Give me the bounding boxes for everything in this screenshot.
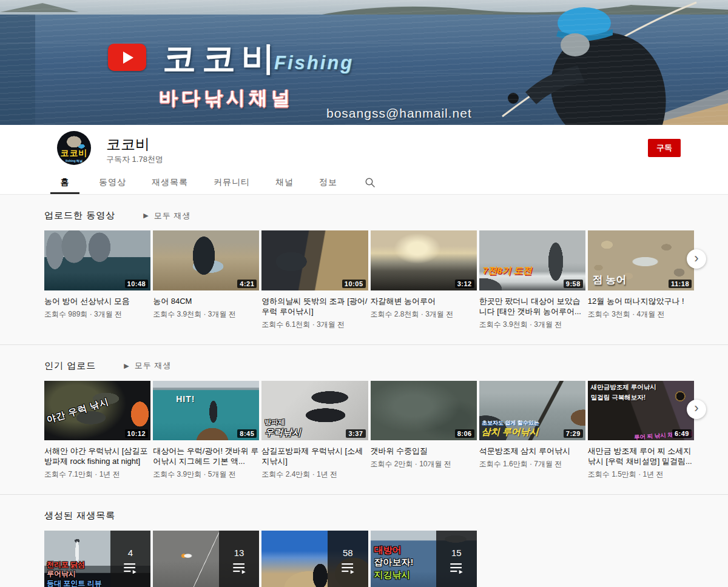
video-title[interactable]: 새만금 방조제 루어 찌 소세지낚시 [우럭 채비설명] 밑걸림... [588, 446, 694, 466]
video-meta: 조회수 1.5만회 · 1년 전 [588, 469, 694, 480]
section-header: 생성된 재생목록 [44, 510, 694, 522]
tab-home[interactable]: 홈 [44, 170, 86, 194]
video-thumbnail[interactable]: 8:06 [371, 381, 477, 441]
search-icon [365, 177, 376, 188]
video-card[interactable]: 점 농어 11:18 12월 농어 떠나지않았구나 ! 조회수 3천회 · 4개… [588, 230, 694, 330]
video-thumbnail[interactable]: HIT! 8:45 [153, 381, 259, 441]
video-thumbnail[interactable]: 4:21 [153, 230, 259, 290]
playlist-count-overlay: 58 [328, 531, 368, 587]
overlay-line: 지깅낚시 [374, 569, 414, 581]
video-card[interactable]: 10:05 영하의날씨 뜻밖의 조과 [광어/우럭 루어낚시] 조회수 6.1천… [261, 230, 368, 330]
subscribe-button[interactable]: 구독 [648, 139, 681, 157]
video-title[interactable]: 석문방조제 삼치 루어낚시 [479, 446, 585, 456]
video-thumbnail[interactable]: 새만금방조제 루어낚시 밑걸림 극복해보자! 루어 찌 낚시 채비 설명 6:4… [588, 381, 694, 441]
playlist-card[interactable]: 13 수중영상/채비 [153, 531, 259, 587]
video-card[interactable]: 새만금방조제 루어낚시 밑걸림 극복해보자! 루어 찌 낚시 채비 설명 6:4… [588, 381, 694, 480]
video-card[interactable]: HIT! 8:45 대상어는 우럭/광어! 갯바위 루어낚시 지그헤드 기본 액… [153, 381, 259, 480]
next-arrow-button[interactable]: › [687, 249, 706, 269]
thumbnail-overlay-text: 삼치 루어낚시 [482, 426, 539, 437]
playlist-icon [450, 563, 463, 574]
channel-avatar[interactable]: 코코비 fishing 채널 [57, 131, 91, 165]
youtube-logo-icon [108, 44, 146, 71]
video-title[interactable]: 삼길포방파제 우럭낚시 [소세지낚시] [261, 446, 368, 466]
playlist-icon [342, 563, 354, 574]
playlist-thumbnail[interactable]: 13 [153, 531, 259, 587]
video-thumbnail[interactable]: 방파제 우럭낚시 3:37 [261, 381, 368, 441]
playlist-thumbnail[interactable]: 천리포 닭섬 루어낚시 등대 포인트 리뷰 4 [44, 531, 150, 587]
playlist-card[interactable]: 천리포 닭섬 루어낚시 등대 포인트 리뷰 4 포인트 설명 [44, 531, 150, 587]
video-thumbnail[interactable]: 10:05 [261, 230, 368, 290]
banner-subtitle: Fishing [274, 52, 354, 74]
video-thumbnail[interactable]: 점 농어 11:18 [588, 230, 694, 290]
video-card[interactable]: 3:12 자갈해변 농어루어 조회수 2.8천회 · 3개월 전 [371, 230, 477, 330]
video-title[interactable]: 대상어는 우럭/광어! 갯바위 루어낚시 지그헤드 기본 액... [153, 446, 259, 466]
video-thumbnail[interactable]: 야간 우럭 낚시 10:12 [44, 381, 150, 441]
section-header: 인기 업로드 ▶ 모두 재생 [44, 360, 694, 372]
video-meta: 조회수 1.6만회 · 7개월 전 [479, 459, 585, 469]
overlay-line: 등대 포인트 리뷰 [47, 579, 102, 587]
tab-channels[interactable]: 채널 [263, 170, 306, 194]
overlay-line: 대방어 [374, 544, 414, 556]
video-duration-badge: 10:48 [125, 280, 149, 288]
video-title[interactable]: 자갈해변 농어루어 [371, 296, 477, 306]
overlay-line: 잡아보자! [374, 556, 414, 568]
video-card[interactable]: 야간 우럭 낚시 10:12 서해안 야간 우럭낚시 [삼길포 방파제 rock… [44, 381, 150, 480]
video-thumbnail[interactable]: 7전8기 도전 9:58 [479, 230, 585, 290]
video-title[interactable]: 서해안 야간 우럭낚시 [삼길포 방파제 rock fishing at nig… [44, 446, 150, 466]
video-meta: 조회수 2만회 · 10개월 전 [371, 459, 477, 469]
video-title[interactable]: 12월 농어 떠나지않았구나 ! [588, 296, 694, 306]
video-grid: 야간 우럭 낚시 10:12 서해안 야간 우럭낚시 [삼길포 방파제 rock… [44, 381, 694, 480]
video-duration-badge: 7:29 [564, 429, 583, 438]
overlay-line: 루어낚시 [47, 569, 102, 579]
video-card[interactable]: 10:48 농어 방어 선상낚시 모음 조회수 989회 · 3개월 전 [44, 230, 150, 330]
tab-about[interactable]: 정보 [306, 170, 350, 194]
next-arrow-button[interactable]: › [687, 400, 706, 419]
video-title[interactable]: 갯바위 수중입질 [371, 446, 477, 456]
section-title: 생성된 재생목록 [44, 510, 115, 522]
channel-name: 코코비 [106, 135, 150, 154]
video-meta: 조회수 3천회 · 4개월 전 [588, 309, 694, 320]
video-duration-badge: 9:58 [564, 280, 583, 288]
play-icon: ▶ [143, 212, 148, 220]
channel-header: 코코비 fishing 채널 코코비 구독자 1.78천명 구독 [0, 125, 728, 170]
video-thumbnail[interactable]: 3:12 [371, 230, 477, 290]
video-thumbnail[interactable]: 10:48 [44, 230, 150, 290]
tab-community[interactable]: 커뮤니티 [201, 170, 263, 194]
tab-videos[interactable]: 동영상 [86, 170, 139, 194]
grid-spacer [479, 531, 585, 587]
thumbnail-overlay-text: HIT! [176, 394, 195, 404]
video-card[interactable]: 8:06 갯바위 수중입질 조회수 2만회 · 10개월 전 [371, 381, 477, 480]
play-triangle-icon [123, 52, 133, 64]
video-title[interactable]: 농어 84CM [153, 296, 259, 306]
video-title[interactable]: 영하의날씨 뜻밖의 조과 [광어/우럭 루어낚시] [261, 296, 368, 317]
video-duration-badge: 6:49 [672, 429, 692, 438]
chevron-right-icon: › [694, 401, 698, 415]
playlist-icon [124, 563, 136, 574]
tab-playlists[interactable]: 재생목록 [139, 170, 201, 194]
banner-channel-title: 코코비 [163, 36, 281, 81]
playlist-card[interactable]: 58 갯바위/워킹/도보 [261, 531, 368, 587]
video-card[interactable]: 방파제 우럭낚시 3:37 삼길포방파제 우럭낚시 [소세지낚시] 조회수 2.… [261, 381, 368, 480]
play-all-label: 모두 재생 [154, 210, 191, 221]
playlist-thumbnail[interactable]: 대방어 잡아보자! 지깅낚시 15 [371, 531, 477, 587]
video-thumbnail[interactable]: 초보자도 쉽게 할수있는 삼치 루어낚시 7:29 [479, 381, 585, 441]
video-card[interactable]: 4:21 농어 84CM 조회수 3.9천회 · 3개월 전 [153, 230, 259, 330]
section-header: 업로드한 동영상 ▶ 모두 재생 [44, 210, 694, 221]
thumbnail-overlay-text: 우럭낚시 [265, 427, 301, 438]
play-all-button[interactable]: ▶ 모두 재생 [143, 210, 190, 221]
search-button[interactable] [350, 170, 390, 194]
play-all-button[interactable]: ▶ 모두 재생 [124, 360, 171, 371]
video-title[interactable]: 농어 방어 선상낚시 모음 [44, 296, 150, 306]
playlist-video-count: 58 [343, 548, 353, 558]
video-title[interactable]: 한곳만 팠더니 대상어 보았습니다 [태안 갯바위 농어루어... [479, 296, 585, 317]
video-meta: 조회수 3.9천회 · 3개월 전 [479, 320, 585, 330]
video-card[interactable]: 초보자도 쉽게 할수있는 삼치 루어낚시 7:29 석문방조제 삼치 루어낚시 … [479, 381, 585, 480]
playlist-thumbnail[interactable]: 58 [261, 531, 368, 587]
avatar-small-text: fishing 채널 [57, 159, 91, 163]
playlist-icon [233, 563, 246, 574]
thumbnail-overlay-text: 새만금방조제 루어낚시 [591, 383, 656, 391]
playlist-count-overlay: 15 [436, 531, 477, 587]
playlist-card[interactable]: 대방어 잡아보자! 지깅낚시 15 선상낚시/좌대낚시 [371, 531, 477, 587]
video-card[interactable]: 7전8기 도전 9:58 한곳만 팠더니 대상어 보았습니다 [태안 갯바위 농… [479, 230, 585, 330]
channel-content: 업로드한 동영상 ▶ 모두 재생 10:48 농어 방어 선상낚시 모음 조회수… [0, 195, 728, 587]
